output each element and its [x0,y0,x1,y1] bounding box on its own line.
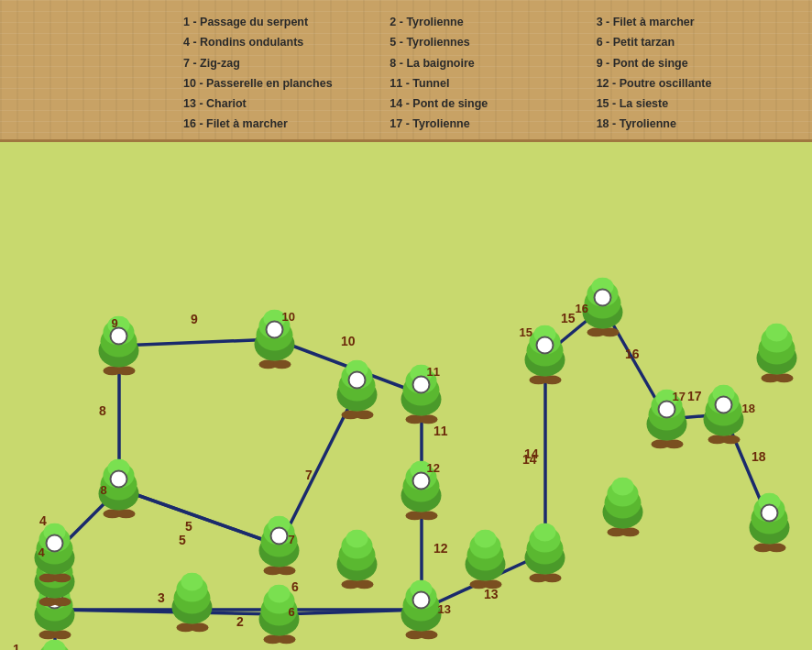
svg-point-110 [537,337,554,354]
path-label-5: 5 [185,519,192,534]
svg-point-18 [53,598,71,607]
tree-node-21 [752,324,803,383]
svg-point-149 [762,505,778,522]
svg-point-78 [349,372,366,389]
svg-point-102 [413,592,430,609]
svg-point-55 [267,322,283,338]
svg-point-10 [53,631,71,640]
node-label-18: 18 [742,402,755,415]
tree-node-3: 4 [30,523,81,583]
legend-item-4: 4 - Rondins ondulants [183,33,380,52]
path-label-3: 3 [158,590,165,605]
svg-point-73 [356,411,374,420]
path-label-15: 15 [561,311,576,325]
svg-point-94 [413,473,430,490]
svg-point-120 [601,328,620,337]
path-label-18: 18 [752,449,766,464]
legend-item-15: 15 - La sieste [597,94,794,114]
svg-point-39 [111,328,127,345]
svg-point-42 [117,510,136,519]
label-5: 5 [179,533,186,547]
node-label-13: 13 [438,602,451,616]
svg-point-47 [111,471,127,488]
legend-item-18: 18 - Tyrolienne [597,115,794,134]
svg-point-136 [722,435,741,445]
node-label-17: 17 [673,390,686,403]
tree-node-6: 10 [250,310,301,369]
tree-node-0 [30,640,81,651]
svg-point-152 [191,623,209,633]
svg-point-63 [271,528,288,545]
node-label-6: 6 [289,605,295,619]
path-label-12: 12 [433,541,448,556]
node-label-4: 4 [38,545,45,559]
label-1: 1 [13,642,20,650]
node-label-9: 9 [112,316,118,330]
svg-point-105 [543,376,562,385]
node-label-12: 12 [427,461,440,475]
label-14: 14 [522,452,537,467]
svg-point-163 [475,530,497,548]
path-label-16: 16 [625,347,640,361]
node-label-11: 11 [427,365,440,379]
svg-point-34 [117,367,136,376]
legend-item-7: 7 - Zig-zag [183,54,380,73]
legend-item-17: 17 - Tyrolienne [390,115,587,134]
svg-point-86 [413,377,430,393]
svg-point-89 [420,512,438,521]
svg-point-125 [595,290,611,306]
tree-node-20 [461,530,511,589]
svg-point-31 [47,535,63,552]
path-label-8: 8 [99,403,106,418]
path-label-11: 11 [433,424,448,438]
node-label-7: 7 [289,533,295,546]
svg-point-81 [420,415,438,424]
svg-point-156 [181,573,203,591]
legend: 1 - Passage du serpent2 - Tyrolienne3 - … [183,9,794,135]
legend-item-2: 2 - Tyrolienne [390,13,587,32]
tree-node-10: 11 [397,365,447,424]
legend-item-11: 11 - Tunnel [390,74,587,94]
legend-item-16: 16 - Filet à marcher [183,115,380,134]
tree-node-17: 18 [699,385,750,445]
path-label-10: 10 [341,334,356,348]
tree-node-11: 12 [397,461,447,521]
svg-point-117 [534,523,556,542]
svg-point-66 [278,635,296,644]
svg-point-159 [484,580,502,589]
tree-node-22 [598,478,649,537]
svg-point-50 [273,360,291,369]
tree-node-5: 8 [94,459,145,519]
tree-node-12: 13 [397,580,447,640]
path-label-2: 2 [236,614,244,629]
tree-node-14 [521,523,571,583]
legend-item-9: 9 - Pont de singe [597,54,794,73]
svg-point-184 [346,530,368,548]
legend-item-10: 10 - Passerelle en planches [183,74,380,94]
svg-point-70 [269,585,291,603]
legend-item-13: 13 - Chariot [183,94,380,114]
svg-point-177 [612,478,634,496]
header: 1 - Passage du serpent2 - Tyrolienne3 - … [0,0,812,142]
tree-node-19 [168,573,218,633]
legend-item-3: 3 - Filet à marcher [597,13,794,32]
node-label-10: 10 [282,310,295,324]
tree-node-16: 17 [642,390,693,449]
svg-point-6 [44,640,66,651]
svg-point-141 [716,397,732,413]
legend-item-6: 6 - Petit tarzan [597,33,794,52]
node-label-16: 16 [576,302,588,315]
title-block [18,9,165,35]
legend-item-12: 12 - Poutre oscillante [597,74,794,94]
tree-node-18 [745,493,796,553]
node-label-8: 8 [101,483,107,497]
path-label-9: 9 [191,312,198,326]
svg-point-26 [53,574,71,583]
svg-point-166 [775,374,794,383]
svg-point-180 [356,580,374,589]
legend-item-5: 5 - Tyroliennes [390,33,587,52]
svg-point-113 [543,574,562,583]
legend-item-8: 8 - La baignoire [390,54,587,73]
tree-node-13: 15 [521,325,571,385]
path-label-7: 7 [305,468,313,482]
